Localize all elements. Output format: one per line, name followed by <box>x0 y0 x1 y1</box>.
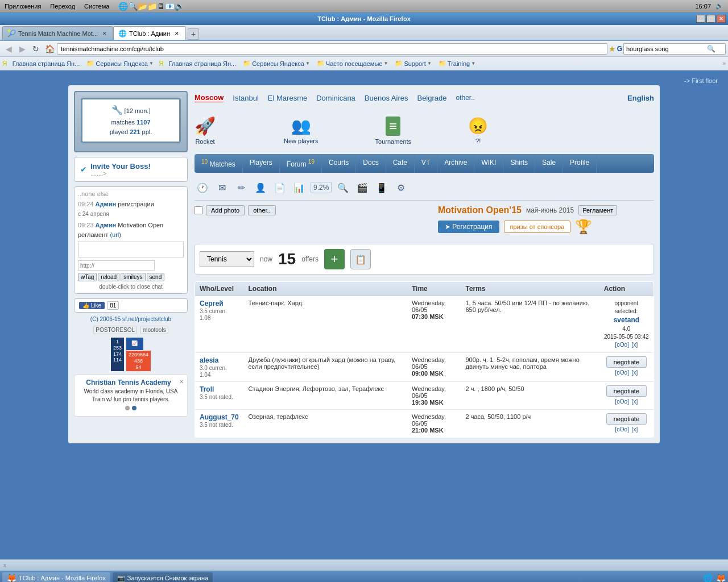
send-button[interactable]: send <box>147 273 165 281</box>
user-icon[interactable]: 👤 <box>253 180 268 196</box>
chat-user-1[interactable]: Админ <box>96 201 116 207</box>
browser-tab-2[interactable]: 🌐 TClub : Админ ✕ <box>113 26 185 40</box>
tab-profile[interactable]: Profile <box>563 154 597 173</box>
status-x-button[interactable]: x <box>3 562 6 568</box>
add-offer-button[interactable]: + <box>324 249 345 269</box>
tab-docs[interactable]: Docs <box>356 154 386 173</box>
x-link-4[interactable]: [x] <box>632 426 638 433</box>
city-tab-dominicana[interactable]: Dominicana <box>316 94 355 102</box>
player-link-2[interactable]: alesia <box>200 356 218 364</box>
back-button[interactable]: ◀ <box>2 43 15 55</box>
city-tab-istanbul[interactable]: Istanbul <box>233 94 259 102</box>
ad-close-button[interactable]: ✕ <box>179 379 184 385</box>
invite-boss-box[interactable]: ✔ Invite Your Boss! ........> <box>74 157 188 182</box>
tournaments-item[interactable]: ≡ Tournaments <box>375 117 412 145</box>
tab-shirts[interactable]: Shirts <box>503 154 535 173</box>
invite-boss-label[interactable]: Invite Your Boss! <box>90 162 151 171</box>
add-photo-button[interactable]: Add photo <box>206 205 245 215</box>
player-link-4[interactable]: Auggust_70 <box>200 413 239 421</box>
selected-player-link[interactable]: svetand <box>614 316 639 324</box>
tab-archive[interactable]: Archive <box>437 154 474 173</box>
bookmark-4[interactable]: 📁 Сервисы Яндекса ▼ <box>241 59 312 68</box>
taskbar-firefox-tray-icon[interactable]: 🦊 <box>716 573 726 582</box>
smileys-button[interactable]: smileys <box>121 273 145 281</box>
rocket-item[interactable]: 🚀 Rocket <box>195 116 216 145</box>
tab-2-close[interactable]: ✕ <box>173 30 180 37</box>
ooo-link-1[interactable]: [oOo] <box>615 342 628 348</box>
bookmark-7[interactable]: 📁 Training ▼ <box>437 59 477 68</box>
new-tab-button[interactable]: + <box>188 28 199 40</box>
dot-2[interactable] <box>132 406 136 410</box>
taskbar-firefox[interactable]: 🦊 TClub : Админ - Mozilla Firefox <box>2 572 110 582</box>
clock-icon[interactable]: 🕐 <box>195 180 210 196</box>
x-link-2[interactable]: [x] <box>632 369 638 376</box>
magnify-icon[interactable]: 🔍 <box>335 180 351 196</box>
film-icon[interactable]: 🎬 <box>354 180 370 196</box>
wtag-button[interactable]: wTag <box>78 273 97 281</box>
tab-vt[interactable]: VT <box>415 154 437 173</box>
bookmark-5[interactable]: 📁 Часто посещаемые ▼ <box>315 59 390 68</box>
negotiate-button-4[interactable]: negotiate <box>606 413 647 425</box>
minimize-button[interactable]: _ <box>696 15 705 23</box>
angry-item[interactable]: 😠 ?! <box>468 117 488 144</box>
edit-icon[interactable]: ✏ <box>233 180 249 196</box>
copy-button[interactable]: 📋 <box>350 249 371 269</box>
search-submit-icon[interactable]: 🔍 <box>707 45 715 53</box>
sport-select[interactable]: Tennis Squash Badminton <box>200 251 254 267</box>
chart-icon[interactable]: 📊 <box>291 180 307 196</box>
sponsor-button[interactable]: призы от спонсора <box>504 221 571 233</box>
bookmark-2[interactable]: 📁 Сервисы Яндекса ▼ <box>85 59 155 68</box>
address-bar[interactable] <box>57 43 607 55</box>
player-link-1[interactable]: Сергей <box>200 300 224 307</box>
browser-tab-1[interactable]: 🎾 Tennis Match Machine Mot... ✕ <box>2 26 113 40</box>
ooo-link-3[interactable]: [oOo] <box>615 398 628 405</box>
tab-cafe[interactable]: Cafe <box>386 154 415 173</box>
close-chat-hint[interactable]: double-click to close chat <box>78 284 184 290</box>
language-selector[interactable]: English <box>627 94 654 102</box>
chat-url-link[interactable]: (url) <box>110 231 121 238</box>
city-tab-buenosaires[interactable]: Buenos Aires <box>365 94 408 102</box>
copyright-link[interactable]: (C) 2006-15 sf.net/projects/tclub <box>90 316 171 322</box>
city-tab-elmaresme[interactable]: El Maresme <box>268 94 307 102</box>
document-icon[interactable]: 📄 <box>272 180 288 196</box>
first-floor-link[interactable]: -> First floor <box>6 76 722 85</box>
search-input[interactable] <box>626 45 706 52</box>
player-link-3[interactable]: Troll <box>200 385 214 393</box>
academy-title[interactable]: Christian Tennis Academy <box>78 379 184 386</box>
negotiate-button-2[interactable]: negotiate <box>606 356 647 368</box>
bookmark-6[interactable]: 📁 Support ▼ <box>393 59 433 68</box>
ooo-link-4[interactable]: [oOo] <box>615 426 628 433</box>
power-icon[interactable]: ⚙ <box>393 180 409 196</box>
city-tab-belgrade[interactable]: Belgrade <box>417 94 446 102</box>
tab-players[interactable]: Players <box>243 154 280 173</box>
add-photo-checkbox[interactable] <box>195 206 202 214</box>
taskbar-screenshot[interactable]: 📷 Запускается Снимок экрана <box>113 572 213 582</box>
tournament-reg-button[interactable]: Регламент <box>578 205 617 215</box>
mail-rating[interactable]: 220966443694 <box>126 351 151 371</box>
dot-1[interactable] <box>125 406 130 410</box>
city-tab-other[interactable]: other.. <box>456 94 475 102</box>
new-players-item[interactable]: 👥 New players <box>284 117 318 144</box>
registration-button[interactable]: ➤ Регистрация <box>438 221 499 233</box>
chat-user-2[interactable]: Админ <box>96 222 116 228</box>
tab-sale[interactable]: Sale <box>535 154 563 173</box>
other-button[interactable]: other.. <box>248 205 276 215</box>
os-sound-icon[interactable]: 🔊 <box>715 2 723 10</box>
tab-wiki[interactable]: WIKI <box>474 154 503 173</box>
reload-chat-button[interactable]: reload <box>98 273 119 281</box>
bookmark-1[interactable]: Главная страница Ян... <box>11 60 82 68</box>
chat-url-input[interactable] <box>78 260 155 271</box>
pct-label[interactable]: 9.2% <box>311 182 332 193</box>
mobile-icon[interactable]: 📱 <box>374 180 390 196</box>
x-link-1[interactable]: [x] <box>632 342 638 348</box>
liveinternet-icon[interactable]: 📈 <box>126 338 143 350</box>
envelope-icon[interactable]: ✉ <box>214 180 230 196</box>
bookmark-star[interactable]: ★ <box>609 44 616 53</box>
tab-forum[interactable]: Forum 19 <box>280 154 322 173</box>
reload-button[interactable]: ↻ <box>30 43 42 55</box>
os-menu-apps[interactable]: Приложения <box>5 3 41 10</box>
maximize-button[interactable]: □ <box>706 15 715 23</box>
chat-textarea[interactable] <box>78 242 184 257</box>
os-menu-nav[interactable]: Переход <box>50 3 75 10</box>
city-tab-moscow[interactable]: Moscow <box>195 93 224 102</box>
